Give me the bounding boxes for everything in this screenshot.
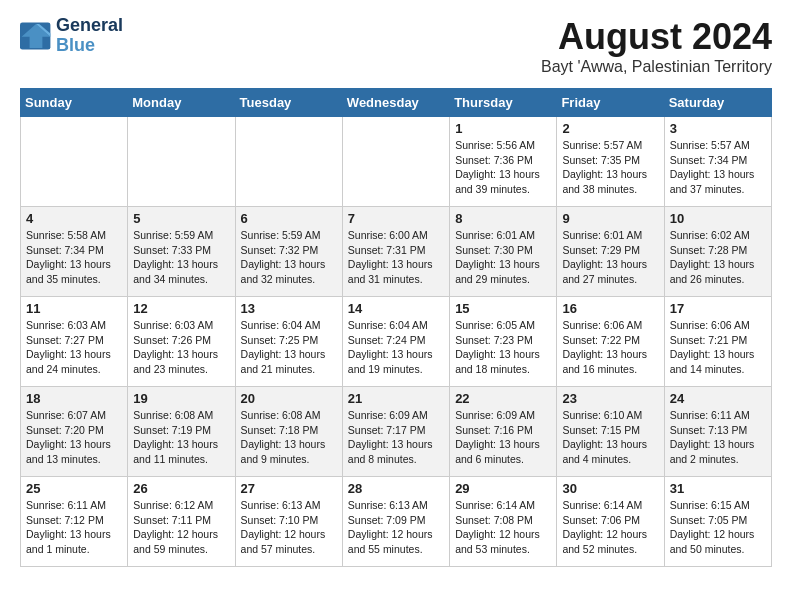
- day-number: 6: [241, 211, 337, 226]
- calendar-cell: 8Sunrise: 6:01 AM Sunset: 7:30 PM Daylig…: [450, 207, 557, 297]
- day-number: 5: [133, 211, 229, 226]
- calendar-cell: 3Sunrise: 5:57 AM Sunset: 7:34 PM Daylig…: [664, 117, 771, 207]
- calendar-cell: 18Sunrise: 6:07 AM Sunset: 7:20 PM Dayli…: [21, 387, 128, 477]
- day-content: Sunrise: 6:01 AM Sunset: 7:29 PM Dayligh…: [562, 228, 658, 287]
- calendar-week-2: 4Sunrise: 5:58 AM Sunset: 7:34 PM Daylig…: [21, 207, 772, 297]
- day-header-thursday: Thursday: [450, 89, 557, 117]
- day-number: 24: [670, 391, 766, 406]
- day-content: Sunrise: 6:15 AM Sunset: 7:05 PM Dayligh…: [670, 498, 766, 557]
- day-header-sunday: Sunday: [21, 89, 128, 117]
- day-number: 29: [455, 481, 551, 496]
- day-content: Sunrise: 6:07 AM Sunset: 7:20 PM Dayligh…: [26, 408, 122, 467]
- calendar-week-1: 1Sunrise: 5:56 AM Sunset: 7:36 PM Daylig…: [21, 117, 772, 207]
- calendar-cell: 10Sunrise: 6:02 AM Sunset: 7:28 PM Dayli…: [664, 207, 771, 297]
- day-content: Sunrise: 6:06 AM Sunset: 7:22 PM Dayligh…: [562, 318, 658, 377]
- calendar-cell: 1Sunrise: 5:56 AM Sunset: 7:36 PM Daylig…: [450, 117, 557, 207]
- day-content: Sunrise: 6:08 AM Sunset: 7:18 PM Dayligh…: [241, 408, 337, 467]
- day-content: Sunrise: 6:01 AM Sunset: 7:30 PM Dayligh…: [455, 228, 551, 287]
- day-number: 23: [562, 391, 658, 406]
- day-content: Sunrise: 6:04 AM Sunset: 7:25 PM Dayligh…: [241, 318, 337, 377]
- day-number: 8: [455, 211, 551, 226]
- page-header: General Blue August 2024 Bayt 'Awwa, Pal…: [20, 16, 772, 76]
- day-content: Sunrise: 6:10 AM Sunset: 7:15 PM Dayligh…: [562, 408, 658, 467]
- day-number: 11: [26, 301, 122, 316]
- day-number: 25: [26, 481, 122, 496]
- logo-text-general: General: [56, 16, 123, 36]
- calendar-cell: 22Sunrise: 6:09 AM Sunset: 7:16 PM Dayli…: [450, 387, 557, 477]
- calendar-cell: 13Sunrise: 6:04 AM Sunset: 7:25 PM Dayli…: [235, 297, 342, 387]
- day-content: Sunrise: 6:11 AM Sunset: 7:12 PM Dayligh…: [26, 498, 122, 557]
- day-number: 7: [348, 211, 444, 226]
- day-number: 27: [241, 481, 337, 496]
- day-header-monday: Monday: [128, 89, 235, 117]
- calendar-cell: [235, 117, 342, 207]
- day-content: Sunrise: 6:03 AM Sunset: 7:26 PM Dayligh…: [133, 318, 229, 377]
- day-content: Sunrise: 6:09 AM Sunset: 7:17 PM Dayligh…: [348, 408, 444, 467]
- day-number: 30: [562, 481, 658, 496]
- calendar-cell: 19Sunrise: 6:08 AM Sunset: 7:19 PM Dayli…: [128, 387, 235, 477]
- calendar-cell: 25Sunrise: 6:11 AM Sunset: 7:12 PM Dayli…: [21, 477, 128, 567]
- day-content: Sunrise: 6:02 AM Sunset: 7:28 PM Dayligh…: [670, 228, 766, 287]
- day-number: 3: [670, 121, 766, 136]
- calendar-cell: 9Sunrise: 6:01 AM Sunset: 7:29 PM Daylig…: [557, 207, 664, 297]
- day-number: 17: [670, 301, 766, 316]
- calendar-cell: 17Sunrise: 6:06 AM Sunset: 7:21 PM Dayli…: [664, 297, 771, 387]
- calendar-cell: 30Sunrise: 6:14 AM Sunset: 7:06 PM Dayli…: [557, 477, 664, 567]
- day-number: 28: [348, 481, 444, 496]
- calendar-week-5: 25Sunrise: 6:11 AM Sunset: 7:12 PM Dayli…: [21, 477, 772, 567]
- day-number: 1: [455, 121, 551, 136]
- day-header-friday: Friday: [557, 89, 664, 117]
- calendar-cell: 6Sunrise: 5:59 AM Sunset: 7:32 PM Daylig…: [235, 207, 342, 297]
- day-content: Sunrise: 5:59 AM Sunset: 7:33 PM Dayligh…: [133, 228, 229, 287]
- day-number: 10: [670, 211, 766, 226]
- calendar-cell: 27Sunrise: 6:13 AM Sunset: 7:10 PM Dayli…: [235, 477, 342, 567]
- calendar-cell: 23Sunrise: 6:10 AM Sunset: 7:15 PM Dayli…: [557, 387, 664, 477]
- day-header-tuesday: Tuesday: [235, 89, 342, 117]
- day-content: Sunrise: 6:11 AM Sunset: 7:13 PM Dayligh…: [670, 408, 766, 467]
- day-number: 9: [562, 211, 658, 226]
- day-number: 21: [348, 391, 444, 406]
- calendar-cell: 21Sunrise: 6:09 AM Sunset: 7:17 PM Dayli…: [342, 387, 449, 477]
- calendar-cell: 11Sunrise: 6:03 AM Sunset: 7:27 PM Dayli…: [21, 297, 128, 387]
- day-number: 20: [241, 391, 337, 406]
- title-block: August 2024 Bayt 'Awwa, Palestinian Terr…: [541, 16, 772, 76]
- calendar-week-4: 18Sunrise: 6:07 AM Sunset: 7:20 PM Dayli…: [21, 387, 772, 477]
- day-content: Sunrise: 6:12 AM Sunset: 7:11 PM Dayligh…: [133, 498, 229, 557]
- day-number: 26: [133, 481, 229, 496]
- calendar-cell: 20Sunrise: 6:08 AM Sunset: 7:18 PM Dayli…: [235, 387, 342, 477]
- calendar-cell: 12Sunrise: 6:03 AM Sunset: 7:26 PM Dayli…: [128, 297, 235, 387]
- day-content: Sunrise: 6:06 AM Sunset: 7:21 PM Dayligh…: [670, 318, 766, 377]
- calendar-cell: [342, 117, 449, 207]
- calendar-cell: 4Sunrise: 5:58 AM Sunset: 7:34 PM Daylig…: [21, 207, 128, 297]
- day-content: Sunrise: 6:04 AM Sunset: 7:24 PM Dayligh…: [348, 318, 444, 377]
- day-number: 2: [562, 121, 658, 136]
- calendar-cell: [128, 117, 235, 207]
- page-subtitle: Bayt 'Awwa, Palestinian Territory: [541, 58, 772, 76]
- calendar-cell: 26Sunrise: 6:12 AM Sunset: 7:11 PM Dayli…: [128, 477, 235, 567]
- day-content: Sunrise: 6:08 AM Sunset: 7:19 PM Dayligh…: [133, 408, 229, 467]
- calendar-cell: 29Sunrise: 6:14 AM Sunset: 7:08 PM Dayli…: [450, 477, 557, 567]
- day-content: Sunrise: 5:58 AM Sunset: 7:34 PM Dayligh…: [26, 228, 122, 287]
- calendar-cell: 7Sunrise: 6:00 AM Sunset: 7:31 PM Daylig…: [342, 207, 449, 297]
- calendar-week-3: 11Sunrise: 6:03 AM Sunset: 7:27 PM Dayli…: [21, 297, 772, 387]
- day-number: 18: [26, 391, 122, 406]
- logo-icon: [20, 22, 52, 50]
- logo: General Blue: [20, 16, 123, 56]
- day-content: Sunrise: 6:13 AM Sunset: 7:09 PM Dayligh…: [348, 498, 444, 557]
- day-number: 4: [26, 211, 122, 226]
- calendar-cell: 16Sunrise: 6:06 AM Sunset: 7:22 PM Dayli…: [557, 297, 664, 387]
- day-content: Sunrise: 5:57 AM Sunset: 7:34 PM Dayligh…: [670, 138, 766, 197]
- calendar-cell: 5Sunrise: 5:59 AM Sunset: 7:33 PM Daylig…: [128, 207, 235, 297]
- day-content: Sunrise: 6:09 AM Sunset: 7:16 PM Dayligh…: [455, 408, 551, 467]
- day-content: Sunrise: 5:56 AM Sunset: 7:36 PM Dayligh…: [455, 138, 551, 197]
- calendar-header: SundayMondayTuesdayWednesdayThursdayFrid…: [21, 89, 772, 117]
- day-number: 12: [133, 301, 229, 316]
- day-header-wednesday: Wednesday: [342, 89, 449, 117]
- day-content: Sunrise: 6:13 AM Sunset: 7:10 PM Dayligh…: [241, 498, 337, 557]
- day-number: 13: [241, 301, 337, 316]
- day-number: 22: [455, 391, 551, 406]
- calendar-cell: 31Sunrise: 6:15 AM Sunset: 7:05 PM Dayli…: [664, 477, 771, 567]
- day-content: Sunrise: 6:05 AM Sunset: 7:23 PM Dayligh…: [455, 318, 551, 377]
- calendar-cell: 15Sunrise: 6:05 AM Sunset: 7:23 PM Dayli…: [450, 297, 557, 387]
- page-title: August 2024: [541, 16, 772, 58]
